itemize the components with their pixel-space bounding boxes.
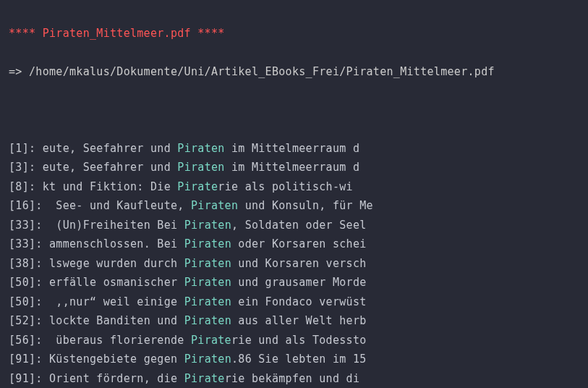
result-line-number: 33 — [15, 237, 29, 250]
result-pre-context: See- und Kaufleute, — [49, 199, 191, 212]
file-path-line: => /home/mkalus/Dokumente/Uni/Artikel_EB… — [9, 62, 579, 82]
result-match: Piraten — [184, 219, 231, 232]
bracket-open: [ — [9, 295, 15, 308]
bracket-open: [ — [9, 142, 15, 155]
result-post-context: .86 Sie lebten im 15 — [231, 353, 367, 366]
result-post-context: und Korsaren versch — [231, 257, 367, 270]
result-pre-context: (Un)Freiheiten Bei — [49, 219, 184, 232]
result-post-context: im Mittelmeerraum d — [225, 161, 360, 174]
result-line-number: 91 — [15, 372, 29, 385]
bracket-open: [ — [9, 314, 15, 327]
bracket-open: [ — [9, 219, 15, 232]
bracket-close: ]: — [22, 161, 43, 174]
result-match: Piraten — [177, 161, 224, 174]
result-post-context: rie bekämpfen und di — [225, 372, 360, 385]
result-post-context: rie und als Todessto — [231, 334, 367, 347]
header-stars-right: **** — [191, 27, 225, 40]
search-result-line: [33]: ammenschlossen. Bei Piraten oder K… — [9, 235, 579, 254]
result-pre-context: eute, Seefahrer und — [43, 161, 178, 174]
result-match: Piraten — [184, 276, 231, 289]
blank-line — [9, 101, 579, 120]
search-result-line: [33]: (Un)Freiheiten Bei Piraten, Soldat… — [9, 216, 579, 235]
result-pre-context: ammenschlossen. Bei — [49, 237, 184, 250]
file-header: **** Piraten_Mittelmeer.pdf **** — [9, 24, 579, 43]
bracket-close: ]: — [29, 372, 49, 385]
result-pre-context: ,,nur“ weil einige — [49, 295, 184, 308]
header-filename: Piraten_Mittelmeer.pdf — [43, 27, 191, 40]
bracket-close: ]: — [22, 142, 43, 155]
search-result-line: [3]: eute, Seefahrer und Piraten im Mitt… — [9, 158, 579, 177]
result-pre-context: überaus florierende — [49, 334, 191, 347]
result-pre-context: lswege wurden durch — [49, 257, 184, 270]
result-pre-context: Küstengebiete gegen — [49, 353, 184, 366]
search-result-line: [91]: Küstengebiete gegen Piraten.86 Sie… — [9, 350, 579, 369]
bracket-open: [ — [9, 161, 15, 174]
result-post-context: , Soldaten oder Seel — [231, 219, 367, 232]
bracket-close: ]: — [29, 219, 49, 232]
result-line-number: 1 — [15, 142, 22, 155]
header-stars-left: **** — [9, 27, 43, 40]
terminal-output: **** Piraten_Mittelmeer.pdf **** => /hom… — [0, 0, 588, 388]
result-line-number: 56 — [15, 334, 29, 347]
result-line-number: 3 — [15, 161, 22, 174]
result-pre-context: erfälle osmanischer — [49, 276, 184, 289]
search-result-line: [38]: lswege wurden durch Piraten und Ko… — [9, 254, 579, 274]
bracket-close: ]: — [29, 257, 49, 270]
result-pre-context: kt und Fiktion: Die — [43, 180, 178, 193]
bracket-open: [ — [9, 353, 15, 366]
result-line-number: 50 — [15, 276, 29, 289]
result-match: Piraten — [191, 199, 238, 212]
result-match: Pirate — [184, 372, 225, 385]
result-pre-context: eute, Seefahrer und — [43, 142, 178, 155]
bracket-open: [ — [9, 237, 15, 250]
result-match: Piraten — [177, 142, 224, 155]
result-match: Piraten — [184, 295, 231, 308]
search-result-line: [56]: überaus florierende Piraterie und … — [9, 331, 579, 350]
search-result-line: [8]: kt und Fiktion: Die Piraterie als p… — [9, 177, 579, 197]
result-match: Pirate — [191, 334, 231, 347]
search-result-line: [52]: lockte Banditen und Piraten aus al… — [9, 311, 579, 331]
result-post-context: oder Korsaren schei — [231, 237, 367, 250]
result-match: Piraten — [184, 257, 231, 270]
bracket-close: ]: — [22, 180, 43, 193]
result-post-context: und Konsuln, für Me — [238, 199, 373, 212]
path-arrow: => — [9, 65, 29, 78]
bracket-open: [ — [9, 372, 15, 385]
result-pre-context: lockte Banditen und — [49, 314, 184, 327]
result-post-context: und grausamer Morde — [231, 276, 367, 289]
result-match: Piraten — [184, 314, 231, 327]
bracket-open: [ — [9, 334, 15, 347]
bracket-open: [ — [9, 257, 15, 270]
search-result-line: [16]: See- und Kaufleute, Piraten und Ko… — [9, 196, 579, 216]
result-line-number: 33 — [15, 219, 29, 232]
search-result-line: [1]: eute, Seefahrer und Piraten im Mitt… — [9, 139, 579, 159]
result-line-number: 52 — [15, 314, 29, 327]
result-post-context: rie als politisch-wi — [218, 180, 353, 193]
result-post-context: im Mittelmeerraum d — [225, 142, 360, 155]
bracket-close: ]: — [29, 237, 49, 250]
search-results: [1]: eute, Seefahrer und Piraten im Mitt… — [9, 139, 579, 389]
result-line-number: 16 — [15, 199, 29, 212]
result-pre-context: Orient fördern, die — [49, 372, 184, 385]
bracket-close: ]: — [29, 334, 49, 347]
bracket-open: [ — [9, 180, 15, 193]
file-path: /home/mkalus/Dokumente/Uni/Artikel_EBook… — [29, 65, 495, 78]
bracket-close: ]: — [29, 276, 49, 289]
bracket-open: [ — [9, 199, 15, 212]
result-match: Piraten — [184, 353, 231, 366]
result-match: Pirate — [177, 180, 218, 193]
result-post-context: ein Fondaco verwüst — [231, 295, 367, 308]
result-line-number: 50 — [15, 295, 29, 308]
result-line-number: 8 — [15, 180, 22, 193]
result-line-number: 38 — [15, 257, 29, 270]
bracket-close: ]: — [29, 314, 49, 327]
search-result-line: [50]: erfälle osmanischer Piraten und gr… — [9, 273, 579, 292]
result-match: Piraten — [184, 237, 231, 250]
search-result-line: [50]: ,,nur“ weil einige Piraten ein Fon… — [9, 292, 579, 312]
bracket-close: ]: — [29, 295, 49, 308]
result-post-context: aus aller Welt herb — [231, 314, 367, 327]
bracket-close: ]: — [29, 353, 49, 366]
result-line-number: 91 — [15, 353, 29, 366]
bracket-open: [ — [9, 276, 15, 289]
search-result-line: [91]: Orient fördern, die Piraterie bekä… — [9, 369, 579, 389]
